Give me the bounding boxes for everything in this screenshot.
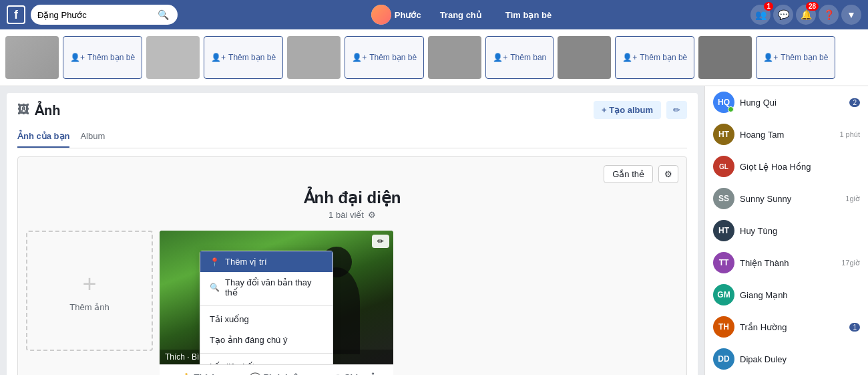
location-icon: 📍 [210, 257, 220, 267]
add-friend-btn-1[interactable]: 👤+ Thêm bạn bè [63, 36, 142, 79]
album-content: Gắn thẻ ⚙ Ảnh đại diện 1 bài viết ⚙ + Th… [17, 156, 687, 375]
person-add-icon-6: 👤+ [763, 53, 778, 62]
help-icon[interactable]: ❓ [819, 5, 839, 25]
context-menu-add-location[interactable]: 📍 Thêm vị trí [200, 251, 333, 272]
photos-header-actions: + Tạo album ✏ [594, 101, 687, 119]
home-link[interactable]: Trang chủ [435, 10, 487, 20]
avatar-hoang-tam: HT [713, 124, 734, 145]
contact-dipak[interactable]: DD Dipak Duley [705, 343, 868, 375]
photo-item: Thích · Bình luận ✏ 📍 Thêm vị trí [160, 231, 393, 375]
person-add-icon: 👤+ [70, 53, 85, 62]
add-friend-btn-4[interactable]: 👤+ Thêm ban [485, 36, 554, 79]
album-meta: 1 bài viết ⚙ [26, 210, 678, 220]
contact-name: Hoang Tam [740, 130, 834, 140]
search-icon: 🔍 [158, 9, 169, 20]
navbar-user[interactable]: Phước [371, 5, 421, 25]
contact-huy-tung[interactable]: HT Huy Tùng [705, 215, 868, 247]
add-photo-label: Thêm ảnh [69, 302, 109, 312]
photo-actions: 👍 Thích 💬 Bình luận ↗ Chia sẻ [160, 364, 393, 375]
settings-icon: ⚙ [664, 169, 672, 179]
fb-letter: f [14, 8, 18, 22]
avatar [371, 5, 391, 25]
plus-icon: + [82, 270, 96, 298]
tab-album[interactable]: Album [80, 126, 105, 148]
context-menu-get-link[interactable]: Lấy liên kết [200, 356, 333, 364]
add-friend-btn-5[interactable]: 👤+ Thêm bạn bè [615, 36, 694, 79]
album-title: Ảnh đại diện [26, 189, 678, 207]
friends-icon[interactable]: 👥 1 [750, 5, 771, 25]
avatar-huy-tung: HT [713, 220, 734, 241]
avatar-thien-thanh: TT [713, 252, 734, 273]
contact-hoang-tam[interactable]: HT Hoang Tam 1 phút [705, 118, 868, 150]
tab-my-photos[interactable]: Ảnh của bạn [17, 126, 69, 148]
user-name: Phước [395, 10, 421, 20]
avatar-dipak: DD [713, 348, 734, 370]
add-photo-placeholder[interactable]: + Thêm ảnh [26, 231, 153, 351]
share-icon: ↗ [333, 372, 341, 375]
contact-badge: 2 [849, 98, 860, 107]
share-button[interactable]: ↗ Chia sẻ [315, 369, 393, 375]
friends-badge: 1 [764, 2, 773, 11]
add-friend-btn-2[interactable]: 👤+ Thêm bạn bè [204, 36, 283, 79]
person-add-icon-5: 👤+ [622, 53, 637, 62]
edit-photos-button[interactable]: ✏ [666, 101, 687, 119]
person-add-icon-2: 👤+ [211, 53, 226, 62]
pencil-edit-icon: ✏ [377, 237, 384, 246]
context-menu: 📍 Thêm vị trí 🔍 Thay đổi văn bản thay th… [200, 251, 333, 364]
create-album-button[interactable]: + Tạo album [594, 101, 661, 119]
search-input[interactable] [37, 10, 158, 20]
avatar-tran-huong: TH [713, 316, 734, 338]
contact-hung-qui[interactable]: HQ Hung Qui 2 [705, 86, 868, 118]
contact-giot-le[interactable]: GL Giọt Lệ Hoa Hồng [705, 150, 868, 182]
contact-name: Sunny Sunny [740, 194, 840, 204]
online-indicator [728, 106, 734, 112]
add-friend-btn-3[interactable]: 👤+ Thêm bạn bè [345, 36, 424, 79]
navbar-center: Phước Trang chủ Tìm bạn bè [178, 5, 750, 25]
context-menu-alt-text[interactable]: 🔍 Thay đổi văn bản thay thế [200, 272, 333, 303]
avatar-giang-manh: GM [713, 284, 734, 305]
contact-name: Giọt Lệ Hoa Hồng [740, 162, 860, 172]
photo-image: Thích · Bình luận ✏ 📍 Thêm vị trí [160, 231, 393, 364]
photo-edit-button[interactable]: ✏ [372, 235, 389, 248]
content-area: 🖼 Ảnh + Tạo album ✏ Ảnh của bạn Album Gắ… [0, 86, 704, 375]
navbar-actions: 👥 1 💬 🔔 28 ❓ ▼ [750, 5, 861, 25]
add-friend-btn-6[interactable]: 👤+ Thêm bạn bè [756, 36, 835, 79]
search-small-icon: 🔍 [210, 283, 220, 292]
search-bar[interactable]: 🔍 [31, 5, 178, 25]
photos-section: 🖼 Ảnh + Tạo album ✏ Ảnh của bạn Album Gắ… [7, 93, 698, 375]
contact-time: 1giờ [845, 195, 860, 203]
contact-name: Giang Mạnh [740, 290, 860, 300]
avatar-giot-le: GL [713, 156, 734, 177]
friends-bar: 👤+ Thêm bạn bè 👤+ Thêm bạn bè 👤+ Thêm bạ… [0, 29, 868, 86]
photos-header: 🖼 Ảnh + Tạo album ✏ [17, 101, 687, 119]
comment-button[interactable]: 💬 Bình luận [238, 369, 316, 375]
contact-giang-manh[interactable]: GM Giang Mạnh [705, 279, 868, 311]
pencil-icon: ✏ [673, 105, 680, 115]
facebook-logo[interactable]: f [7, 5, 25, 24]
gan-the-button[interactable]: Gắn thẻ [604, 165, 653, 183]
dropdown-icon[interactable]: ▼ [841, 5, 861, 25]
find-friends-link[interactable]: Tìm bạn bè [500, 10, 557, 20]
contact-badge: 1 [849, 323, 860, 332]
person-add-icon-3: 👤+ [352, 53, 367, 62]
contact-sunny[interactable]: SS Sunny Sunny 1giờ [705, 182, 868, 215]
context-menu-highlight[interactable]: Tạo ảnh đáng chú ý [200, 330, 333, 350]
comment-icon: 💬 [250, 372, 260, 375]
photos-grid: + Thêm ảnh Thích · Bình luận [26, 231, 678, 375]
contact-name: Hung Qui [740, 98, 844, 108]
album-meta-gear: ⚙ [368, 210, 376, 220]
messages-icon[interactable]: 💬 [773, 5, 793, 25]
like-icon: 👍 [180, 372, 191, 375]
context-menu-download[interactable]: Tải xuống [200, 309, 333, 330]
like-button[interactable]: 👍 Thích [160, 369, 238, 375]
contact-tran-huong[interactable]: TH Trần Hường 1 [705, 311, 868, 343]
contact-name: Huy Tùng [740, 226, 860, 236]
album-settings-button[interactable]: ⚙ [658, 165, 678, 183]
contact-name: Trần Hường [740, 322, 844, 332]
person-add-icon-4: 👤+ [493, 53, 507, 62]
notifications-icon[interactable]: 🔔 28 [796, 5, 816, 25]
right-sidebar: HQ Hung Qui 2 HT Hoang Tam 1 phút GL Giọ… [704, 86, 868, 375]
avatar-hung-qui: HQ [713, 92, 734, 113]
photos-title: 🖼 Ảnh [17, 102, 60, 118]
contact-thien-thanh[interactable]: TT Thiện Thành 17giờ [705, 247, 868, 279]
